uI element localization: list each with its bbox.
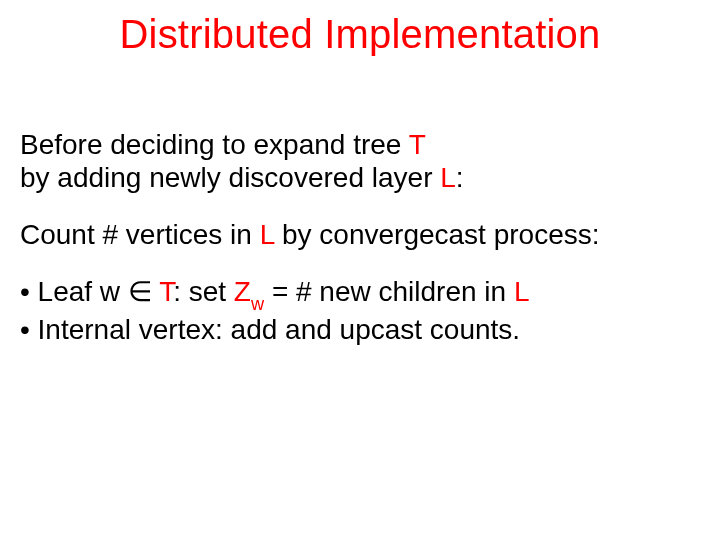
- slide-title: Distributed Implementation: [0, 12, 720, 57]
- text: Internal vertex: add and upcast counts.: [38, 314, 521, 345]
- z-subscript: w: [251, 294, 264, 314]
- bullet-leaf: • Leaf w ∈ T: set Zw = # new children in…: [20, 275, 700, 313]
- z-var: Z: [234, 276, 251, 307]
- text: :: [456, 162, 464, 193]
- tree-t: T: [159, 276, 173, 307]
- slide: Distributed Implementation Before decidi…: [0, 0, 720, 540]
- text: : set: [173, 276, 234, 307]
- paragraph-intro: Before deciding to expand tree T by addi…: [20, 128, 700, 194]
- layer-l: L: [260, 219, 275, 250]
- text: Count # vertices in: [20, 219, 260, 250]
- text: = # new children in: [264, 276, 514, 307]
- tree-t: T: [409, 129, 426, 160]
- bullet-dot: •: [20, 314, 38, 345]
- paragraph-count: Count # vertices in L by convergecast pr…: [20, 218, 700, 251]
- bullet-internal: • Internal vertex: add and upcast counts…: [20, 313, 700, 346]
- layer-l: L: [514, 276, 530, 307]
- text: Leaf w ∈: [38, 276, 160, 307]
- bullet-list: • Leaf w ∈ T: set Zw = # new children in…: [20, 275, 700, 346]
- bullet-dot: •: [20, 276, 38, 307]
- body-text: Before deciding to expand tree T by addi…: [20, 128, 700, 346]
- text: by adding newly discovered layer: [20, 162, 440, 193]
- text: Before deciding to expand tree: [20, 129, 409, 160]
- text: by convergecast process:: [274, 219, 599, 250]
- layer-l: L: [440, 162, 456, 193]
